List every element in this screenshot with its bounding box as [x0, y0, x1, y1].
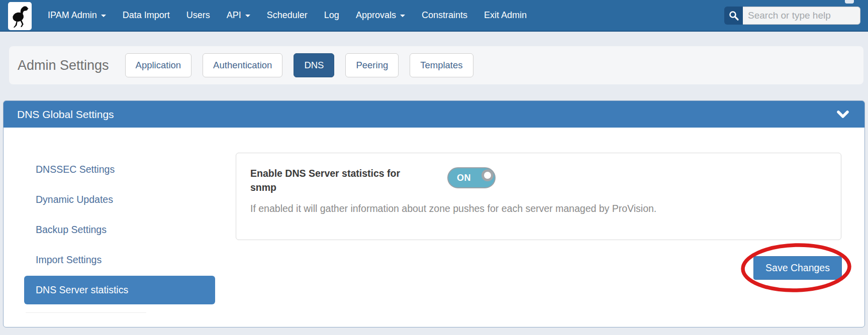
sidebar-item-dnssec-settings[interactable]: DNSSEC Settings: [24, 155, 215, 184]
panel-header: DNS Global Settings: [4, 101, 864, 128]
search-button[interactable]: [724, 7, 743, 25]
dns-global-settings-panel: DNS Global Settings DNSSEC Settings Dyna…: [3, 100, 865, 327]
tab-peering[interactable]: Peering: [345, 53, 399, 77]
window-edge-artifact: [845, 0, 854, 4]
nav-item-scheduler[interactable]: Scheduler: [267, 10, 308, 21]
nav-label: Constraints: [422, 10, 467, 21]
admin-settings-bar: Admin Settings Application Authenticatio…: [9, 46, 863, 84]
nav-item-exit-admin[interactable]: Exit Admin: [484, 10, 527, 21]
toggle-state-label: ON: [457, 173, 471, 183]
tab-dns[interactable]: DNS: [294, 53, 334, 77]
magnifier-icon: [728, 10, 739, 21]
sidebar-divider: [26, 312, 146, 313]
setting-label: Enable DNS Server statistics for snmp: [250, 166, 416, 195]
tab-application[interactable]: Application: [125, 53, 192, 77]
nav-label: Scheduler: [267, 10, 308, 21]
panel-body: DNSSEC Settings Dynamic Updates Backup S…: [4, 128, 864, 327]
chevron-down-icon: [836, 110, 849, 119]
settings-tabs: Application Authentication DNS Peering T…: [125, 53, 473, 77]
caret-down-icon: [400, 15, 405, 17]
tab-authentication[interactable]: Authentication: [203, 53, 282, 77]
page-title: Admin Settings: [18, 58, 109, 73]
sidebar-item-import-settings[interactable]: Import Settings: [24, 246, 215, 274]
sidebar-item-backup-settings[interactable]: Backup Settings: [24, 215, 215, 244]
nav-label: Users: [186, 10, 210, 21]
nav-label: API: [227, 10, 241, 21]
nav-item-data-import[interactable]: Data Import: [123, 10, 170, 21]
top-navbar: IPAM Admin Data Import Users API Schedul…: [0, 0, 868, 32]
settings-side-nav: DNSSEC Settings Dynamic Updates Backup S…: [24, 155, 215, 306]
save-changes-button[interactable]: Save Changes: [753, 256, 842, 280]
nav-label: Data Import: [123, 10, 170, 21]
panel-title: DNS Global Settings: [17, 108, 114, 121]
tab-templates[interactable]: Templates: [410, 53, 473, 77]
nav-item-users[interactable]: Users: [186, 10, 210, 21]
dns-statistics-setting-card: Enable DNS Server statistics for snmp ON…: [236, 153, 841, 240]
setting-row: Enable DNS Server statistics for snmp ON: [250, 166, 827, 195]
caret-down-icon: [245, 15, 250, 17]
setting-description: If enabled it will gather information ab…: [250, 203, 827, 214]
caret-down-icon: [101, 15, 106, 17]
sidebar-item-dynamic-updates[interactable]: Dynamic Updates: [24, 185, 215, 214]
sidebar-item-dns-server-statistics[interactable]: DNS Server statistics: [24, 276, 215, 304]
nav-label: Log: [324, 10, 339, 21]
nav-label: Approvals: [356, 10, 396, 21]
nav-item-api[interactable]: API: [227, 10, 250, 21]
global-search: [724, 7, 860, 25]
nav-menu: IPAM Admin Data Import Users API Schedul…: [48, 10, 527, 21]
nav-label: Exit Admin: [484, 10, 527, 21]
nav-item-constraints[interactable]: Constraints: [422, 10, 467, 21]
ostrich-logo-icon: [11, 4, 30, 28]
nav-item-ipam-admin[interactable]: IPAM Admin: [48, 10, 106, 21]
nav-label: IPAM Admin: [48, 10, 97, 21]
app-logo[interactable]: [8, 2, 32, 30]
toggle-knob[interactable]: [481, 169, 494, 181]
nav-item-approvals[interactable]: Approvals: [356, 10, 405, 21]
snmp-statistics-toggle[interactable]: ON: [447, 167, 496, 188]
nav-item-log[interactable]: Log: [324, 10, 339, 21]
search-input[interactable]: [743, 7, 860, 25]
collapse-toggle[interactable]: [836, 110, 849, 119]
